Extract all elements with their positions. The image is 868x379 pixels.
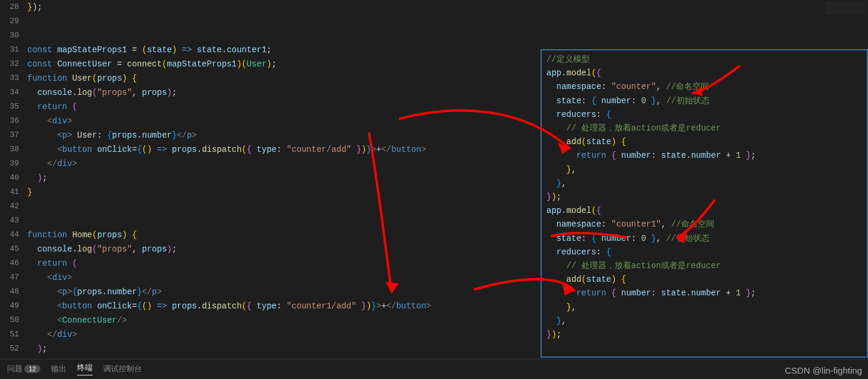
code-line[interactable]: }, bbox=[546, 177, 867, 190]
code-line[interactable]: const mapStateProps1 = (state) => state.… bbox=[27, 43, 540, 57]
code-line[interactable]: }, bbox=[546, 163, 867, 177]
code-line[interactable]: }); bbox=[546, 190, 867, 204]
code-line[interactable]: const ConnectUser = connect(mapStateProp… bbox=[27, 57, 540, 71]
line-number: 48 bbox=[0, 285, 19, 299]
line-number: 36 bbox=[0, 114, 19, 128]
code-line[interactable]: return ( bbox=[27, 256, 540, 270]
editor-main: 2829303132333435363738394041424344454647… bbox=[0, 0, 868, 356]
code-line[interactable]: ); bbox=[27, 342, 540, 356]
line-number: 45 bbox=[0, 242, 19, 256]
code-line[interactable]: <p> User: {props.number}</p> bbox=[27, 128, 540, 142]
code-line[interactable]: <button onClick={() => props.dispatch({ … bbox=[27, 142, 540, 157]
code-line[interactable]: reducers: { bbox=[546, 108, 867, 122]
code-line[interactable]: add(state) { bbox=[546, 273, 867, 286]
line-number: 51 bbox=[0, 327, 19, 342]
code-line[interactable]: <ConnectUser/> bbox=[27, 313, 540, 327]
tab-problems[interactable]: 问题 12 bbox=[7, 364, 40, 374]
tab-terminal[interactable]: 终端 bbox=[77, 363, 93, 375]
line-number: 52 bbox=[0, 342, 19, 356]
line-number: 28 bbox=[0, 0, 19, 14]
code-line[interactable] bbox=[27, 14, 540, 28]
code-line[interactable]: return { number: state.number + 1 }; bbox=[546, 149, 867, 163]
code-line[interactable]: }, bbox=[546, 314, 867, 328]
line-number: 44 bbox=[0, 228, 19, 242]
line-number: 32 bbox=[0, 57, 19, 71]
line-number: 47 bbox=[0, 270, 19, 285]
line-number: 31 bbox=[0, 43, 19, 57]
line-number: 39 bbox=[0, 157, 19, 171]
line-number: 34 bbox=[0, 85, 19, 100]
code-line[interactable]: </div> bbox=[27, 157, 540, 171]
line-number: 35 bbox=[0, 100, 19, 114]
code-line[interactable] bbox=[27, 28, 540, 43]
tab-problems-label: 问题 bbox=[7, 365, 23, 373]
code-line[interactable]: namespace: "counter1", //命名空间 bbox=[546, 218, 867, 231]
line-number: 43 bbox=[0, 214, 19, 228]
line-number: 37 bbox=[0, 128, 19, 142]
line-number: 49 bbox=[0, 299, 19, 313]
code-line[interactable]: function User(props) { bbox=[27, 71, 540, 85]
code-line[interactable]: }); bbox=[27, 0, 540, 14]
code-line[interactable]: console.log("props", props); bbox=[27, 242, 540, 256]
code-line[interactable]: // 处理器，放着action或者是reducer bbox=[546, 259, 867, 273]
code-line[interactable]: add(state) { bbox=[546, 135, 867, 149]
code-line[interactable]: } bbox=[27, 185, 540, 199]
code-line[interactable]: state: { number: 0 }, //初始状态 bbox=[546, 94, 867, 108]
code-line[interactable]: }, bbox=[546, 301, 867, 314]
code-line[interactable]: //定义模型 bbox=[546, 53, 867, 66]
code-line[interactable]: state: { number: 0 }, //初始状态 bbox=[546, 232, 867, 246]
line-number: 42 bbox=[0, 199, 19, 214]
code-line[interactable]: ); bbox=[27, 171, 540, 185]
tab-output[interactable]: 输出 bbox=[51, 364, 66, 374]
tab-debug-console[interactable]: 调试控制台 bbox=[103, 364, 142, 374]
line-number: 33 bbox=[0, 71, 19, 85]
code-line[interactable] bbox=[27, 214, 540, 228]
line-number: 50 bbox=[0, 313, 19, 327]
line-number-gutter: 2829303132333435363738394041424344454647… bbox=[0, 0, 27, 356]
line-number: 40 bbox=[0, 171, 19, 185]
code-line[interactable]: <button onClick={() => props.dispatch({ … bbox=[27, 299, 540, 313]
code-line[interactable]: app.model({ bbox=[546, 204, 867, 218]
code-line[interactable]: return { number: state.number + 1 }; bbox=[546, 286, 867, 300]
code-line[interactable]: <div> bbox=[27, 270, 540, 285]
code-line[interactable] bbox=[27, 199, 540, 214]
code-line[interactable]: function Home(props) { bbox=[27, 228, 540, 242]
code-line[interactable]: console.log("props", props); bbox=[27, 85, 540, 100]
left-code-area[interactable]: });const mapStateProps1 = (state) => sta… bbox=[27, 0, 540, 356]
line-number: 41 bbox=[0, 185, 19, 199]
line-number: 38 bbox=[0, 142, 19, 157]
code-line[interactable]: reducers: { bbox=[546, 246, 867, 259]
code-line[interactable]: return ( bbox=[27, 100, 540, 114]
line-number: 29 bbox=[0, 14, 19, 28]
code-line[interactable]: }); bbox=[546, 328, 867, 342]
line-number: 30 bbox=[0, 28, 19, 43]
code-line[interactable]: namespace: "counter", //命名空间 bbox=[546, 80, 867, 94]
line-number: 46 bbox=[0, 256, 19, 270]
watermark: CSDN @lin-fighting bbox=[785, 365, 862, 375]
code-line[interactable]: </div> bbox=[27, 327, 540, 342]
minimap[interactable] bbox=[823, 0, 868, 47]
right-code-pane[interactable]: //定义模型app.model({ namespace: "counter", … bbox=[540, 49, 868, 358]
problems-count-badge: 12 bbox=[24, 365, 40, 373]
code-line[interactable]: <p>{props.number}</p> bbox=[27, 285, 540, 299]
bottom-panel: 问题 12 输出 终端 调试控制台 bbox=[0, 359, 868, 379]
code-line[interactable]: <div> bbox=[27, 114, 540, 128]
code-line[interactable]: app.model({ bbox=[546, 66, 867, 80]
code-line[interactable]: // 处理器，放着action或者是reducer bbox=[546, 122, 867, 135]
